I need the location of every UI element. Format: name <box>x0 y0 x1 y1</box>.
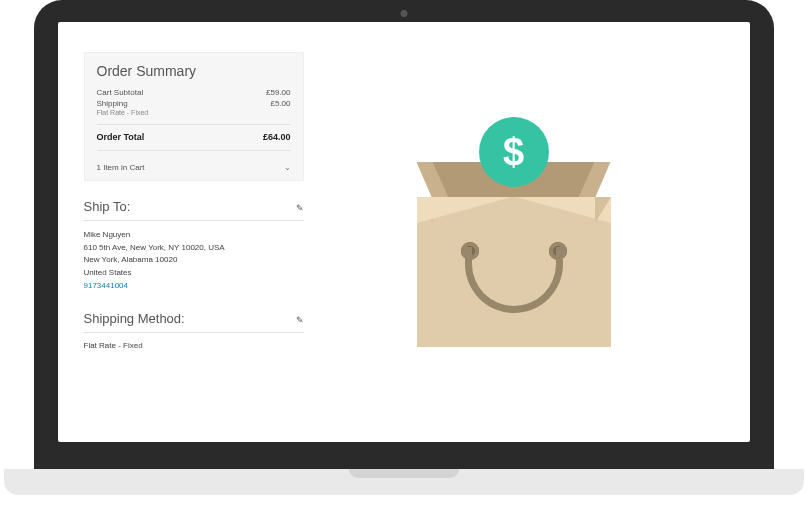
subtotal-label: Cart Subtotal <box>97 87 144 98</box>
subtotal-value: £59.00 <box>266 87 290 98</box>
shipping-value: £5.00 <box>270 98 290 109</box>
address-line2: New York, Alabama 10020 <box>84 254 304 267</box>
checkout-sidebar: Order Summary Cart Subtotal £59.00 Shipp… <box>84 52 304 412</box>
bag-fold-left-light <box>417 197 512 223</box>
divider <box>97 124 291 125</box>
chevron-down-icon: ⌄ <box>284 163 291 172</box>
laptop-notch <box>349 469 459 478</box>
laptop-bezel: Order Summary Cart Subtotal £59.00 Shipp… <box>34 0 774 470</box>
ship-to-header: Ship To: ✎ <box>84 193 304 221</box>
order-total-label: Order Total <box>97 131 145 144</box>
order-summary-panel: Order Summary Cart Subtotal £59.00 Shipp… <box>84 52 304 181</box>
address-name: Mike Nguyen <box>84 229 304 242</box>
address-line1: 610 5th Ave, New York, NY 10020, USA <box>84 242 304 255</box>
order-summary-title: Order Summary <box>97 63 291 79</box>
pencil-icon[interactable]: ✎ <box>296 203 304 213</box>
divider <box>97 150 291 151</box>
cart-items-toggle[interactable]: 1 Item in Cart ⌄ <box>97 157 291 176</box>
order-total-value: £64.00 <box>263 131 291 144</box>
shipping-sublabel: Flat Rate - Fixed <box>97 108 149 118</box>
address-phone[interactable]: 9173441004 <box>84 280 304 293</box>
illustration-area: $ <box>304 52 724 412</box>
ship-to-title: Ship To: <box>84 199 131 214</box>
laptop-base <box>4 469 804 495</box>
laptop-mockup: Order Summary Cart Subtotal £59.00 Shipp… <box>34 0 774 495</box>
subtotal-row: Cart Subtotal £59.00 <box>97 87 291 98</box>
cart-count-text: 1 Item in Cart <box>97 163 145 172</box>
dollar-symbol: $ <box>503 131 524 174</box>
shipping-sub-row: Flat Rate - Fixed <box>97 108 291 118</box>
bag-fold-right-dark <box>595 197 611 223</box>
dollar-coin-icon: $ <box>479 117 549 187</box>
camera-dot <box>400 10 407 17</box>
ship-to-address: Mike Nguyen 610 5th Ave, New York, NY 10… <box>84 221 304 297</box>
screen: Order Summary Cart Subtotal £59.00 Shipp… <box>58 22 750 442</box>
shipping-method-header: Shipping Method: ✎ <box>84 305 304 333</box>
shopping-bag-illustration: $ <box>409 117 619 347</box>
pencil-icon[interactable]: ✎ <box>296 315 304 325</box>
order-total-row: Order Total £64.00 <box>97 131 291 144</box>
address-country: United States <box>84 267 304 280</box>
shipping-method-title: Shipping Method: <box>84 311 185 326</box>
shipping-method-value: Flat Rate - Fixed <box>84 333 304 350</box>
